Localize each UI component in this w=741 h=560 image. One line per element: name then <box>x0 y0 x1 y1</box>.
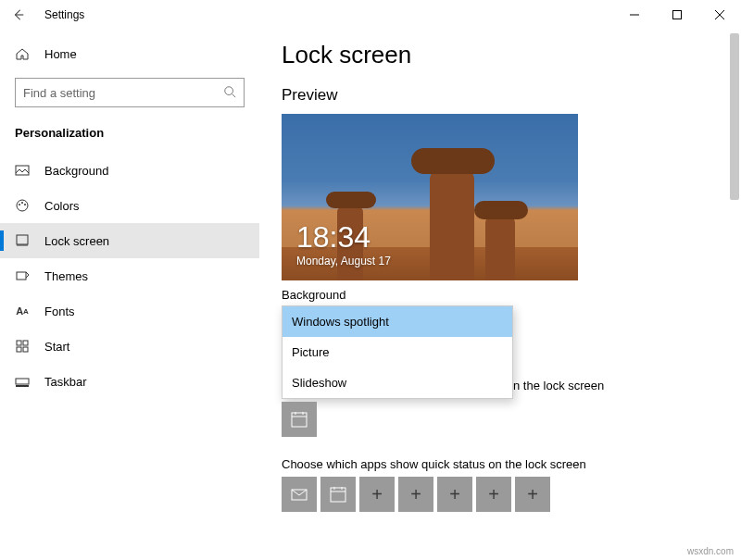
maximize-button[interactable] <box>656 0 698 30</box>
minimize-button[interactable] <box>613 0 656 30</box>
svg-point-5 <box>21 202 23 204</box>
quick-status-tile-add[interactable]: + <box>437 477 472 512</box>
fonts-icon: AA <box>15 304 30 318</box>
svg-rect-9 <box>17 341 21 345</box>
background-label: Background <box>282 288 741 302</box>
nav-item-label: Background <box>44 164 108 178</box>
search-icon <box>223 85 236 101</box>
close-button[interactable] <box>698 0 741 30</box>
nav-item-label: Start <box>44 340 69 354</box>
picture-icon <box>15 163 30 178</box>
nav-start[interactable]: Start <box>0 329 259 364</box>
plus-icon: + <box>527 484 538 505</box>
back-button[interactable] <box>7 4 30 26</box>
nav-background[interactable]: Background <box>0 153 259 188</box>
quick-status-tile-mail[interactable] <box>282 477 317 512</box>
svg-point-3 <box>17 200 28 211</box>
content-pane: Lock screen Preview 18:34 Monday, August… <box>259 30 741 560</box>
svg-rect-12 <box>23 347 28 352</box>
svg-rect-2 <box>16 166 29 175</box>
svg-rect-7 <box>17 235 28 244</box>
plus-icon: + <box>488 484 499 505</box>
detailed-status-app-tile[interactable] <box>282 402 317 437</box>
themes-icon <box>15 268 30 283</box>
mail-icon <box>290 485 308 504</box>
nav-item-label: Themes <box>44 269 88 283</box>
svg-point-4 <box>19 204 20 205</box>
preview-label: Preview <box>282 86 741 105</box>
page-heading: Lock screen <box>282 41 741 69</box>
svg-rect-14 <box>292 413 307 427</box>
window-title: Settings <box>44 8 84 21</box>
nav-themes[interactable]: Themes <box>0 258 259 293</box>
nav-item-label: Colors <box>44 199 80 213</box>
quick-status-tile-calendar[interactable] <box>320 477 356 512</box>
svg-point-6 <box>24 204 26 205</box>
nav-item-label: Lock screen <box>44 234 109 248</box>
detailed-status-text-partial: n the lock screen <box>282 379 741 392</box>
quick-status-tile-add[interactable]: + <box>398 477 433 512</box>
nav-home-label: Home <box>44 47 77 61</box>
plus-icon: + <box>371 484 383 505</box>
minimize-icon <box>630 10 639 19</box>
nav-item-label: Taskbar <box>44 375 87 389</box>
taskbar-icon <box>15 374 30 389</box>
maximize-icon <box>672 10 682 19</box>
start-icon <box>15 339 30 354</box>
svg-rect-16 <box>331 488 345 502</box>
arrow-left-icon <box>12 8 25 21</box>
nav-home[interactable]: Home <box>0 37 259 70</box>
nav-taskbar[interactable]: Taskbar <box>0 364 259 399</box>
lock-screen-preview: 18:34 Monday, August 17 <box>282 114 578 280</box>
plus-icon: + <box>410 484 421 505</box>
calendar-icon <box>290 410 308 429</box>
search-placeholder: Find a setting <box>23 86 95 100</box>
svg-point-1 <box>225 86 233 94</box>
lock-screen-icon <box>15 233 30 248</box>
close-icon <box>715 10 724 19</box>
plus-icon: + <box>449 484 460 505</box>
calendar-icon <box>329 485 347 504</box>
home-icon <box>15 46 30 61</box>
quick-status-tile-add[interactable]: + <box>476 477 511 512</box>
nav-item-label: Fonts <box>44 305 75 318</box>
scrollbar[interactable] <box>730 33 739 200</box>
svg-rect-10 <box>23 341 28 345</box>
preview-time: 18:34 <box>296 220 391 255</box>
titlebar: Settings <box>0 0 741 30</box>
category-label: Personalization <box>0 120 259 153</box>
svg-rect-8 <box>17 272 26 280</box>
watermark: wsxdn.com <box>687 546 734 556</box>
nav-fonts[interactable]: AA Fonts <box>0 293 259 329</box>
sidebar: Home Find a setting Personalization Back… <box>0 30 259 560</box>
nav-lock-screen[interactable]: Lock screen <box>0 223 259 258</box>
dropdown-option-spotlight[interactable]: Windows spotlight <box>283 306 512 337</box>
nav-colors[interactable]: Colors <box>0 188 259 223</box>
svg-rect-0 <box>673 11 682 19</box>
svg-rect-11 <box>17 347 21 352</box>
quick-status-tile-add[interactable]: + <box>515 477 550 512</box>
palette-icon <box>15 198 30 213</box>
quick-status-tile-add[interactable]: + <box>359 477 395 512</box>
search-input[interactable]: Find a setting <box>15 78 245 107</box>
preview-date: Monday, August 17 <box>296 255 391 268</box>
dropdown-option-picture[interactable]: Picture <box>283 337 512 367</box>
quick-status-label: Choose which apps show quick status on t… <box>282 457 741 471</box>
svg-rect-13 <box>16 379 29 384</box>
